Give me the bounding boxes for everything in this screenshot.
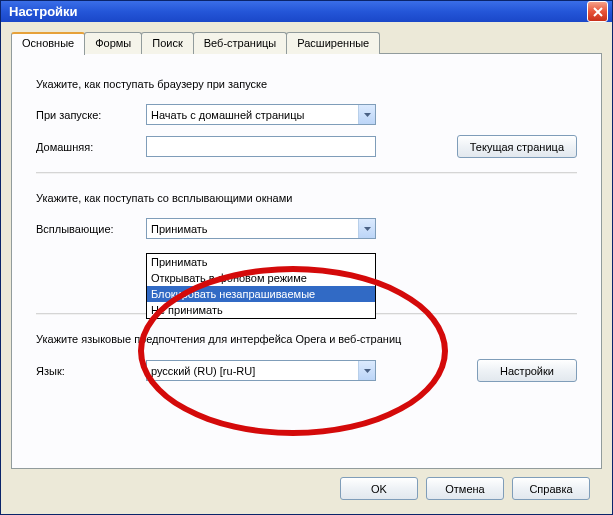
close-button[interactable] xyxy=(587,1,608,22)
button-label: OK xyxy=(371,483,387,495)
language-select-value: русский (RU) [ru-RU] xyxy=(151,365,358,377)
popups-option[interactable]: Не принимать xyxy=(147,302,375,318)
on-start-row: При запуске: Начать с домашней страницы xyxy=(36,104,577,125)
tab-webpages[interactable]: Веб-страницы xyxy=(193,32,288,54)
on-start-label: При запуске: xyxy=(36,109,146,121)
content-area: Основные Формы Поиск Веб-страницы Расшир… xyxy=(1,22,612,515)
tab-advanced[interactable]: Расширенные xyxy=(286,32,380,54)
chevron-down-icon xyxy=(358,361,375,380)
popups-row: Всплывающие: Принимать xyxy=(36,218,577,239)
on-start-select[interactable]: Начать с домашней страницы xyxy=(146,104,376,125)
popups-dropdown-list[interactable]: ПриниматьОткрывать в фоновом режимеБлоки… xyxy=(146,253,376,319)
home-input[interactable] xyxy=(146,136,376,157)
help-button[interactable]: Справка xyxy=(512,477,590,500)
button-label: Текущая страница xyxy=(470,141,564,153)
button-label: Справка xyxy=(529,483,572,495)
tab-label: Веб-страницы xyxy=(204,37,277,49)
language-select[interactable]: русский (RU) [ru-RU] xyxy=(146,360,376,381)
on-start-select-value: Начать с домашней страницы xyxy=(151,109,358,121)
popups-select[interactable]: Принимать xyxy=(146,218,376,239)
cancel-button[interactable]: Отмена xyxy=(426,477,504,500)
popups-section-label: Укажите, как поступать со всплывающими о… xyxy=(36,192,577,204)
popups-option[interactable]: Открывать в фоновом режиме xyxy=(147,270,375,286)
button-label: Отмена xyxy=(445,483,484,495)
tab-forms[interactable]: Формы xyxy=(84,32,142,54)
language-label: Язык: xyxy=(36,365,146,377)
startup-section-label: Укажите, как поступать браузеру при запу… xyxy=(36,78,577,90)
language-row: Язык: русский (RU) [ru-RU] Настройки xyxy=(36,359,577,382)
titlebar: Настройки xyxy=(1,1,612,22)
window-title: Настройки xyxy=(9,4,78,19)
tab-panel-general: Укажите, как поступать браузеру при запу… xyxy=(11,53,602,469)
ok-button[interactable]: OK xyxy=(340,477,418,500)
current-page-button[interactable]: Текущая страница xyxy=(457,135,577,158)
tab-strip: Основные Формы Поиск Веб-страницы Расшир… xyxy=(11,32,602,54)
popups-option[interactable]: Блокировать незапрашиваемые xyxy=(147,286,375,302)
language-section-label: Укажите языковые предпочтения для интерф… xyxy=(36,333,577,345)
chevron-down-icon xyxy=(358,105,375,124)
close-icon xyxy=(593,7,603,17)
tab-label: Основные xyxy=(22,37,74,49)
tab-label: Расширенные xyxy=(297,37,369,49)
dialog-buttons: OK Отмена Справка xyxy=(11,469,602,510)
chevron-down-icon xyxy=(358,219,375,238)
divider xyxy=(36,172,577,174)
language-settings-button[interactable]: Настройки xyxy=(477,359,577,382)
popups-label: Всплывающие: xyxy=(36,223,146,235)
home-label: Домашняя: xyxy=(36,141,146,153)
tab-label: Формы xyxy=(95,37,131,49)
button-label: Настройки xyxy=(500,365,554,377)
tab-label: Поиск xyxy=(152,37,182,49)
tab-general[interactable]: Основные xyxy=(11,32,85,55)
tab-search[interactable]: Поиск xyxy=(141,32,193,54)
popups-select-value: Принимать xyxy=(151,223,358,235)
popups-option[interactable]: Принимать xyxy=(147,254,375,270)
settings-window: Настройки Основные Формы Поиск Веб-стран… xyxy=(0,0,613,515)
home-row: Домашняя: Текущая страница xyxy=(36,135,577,158)
